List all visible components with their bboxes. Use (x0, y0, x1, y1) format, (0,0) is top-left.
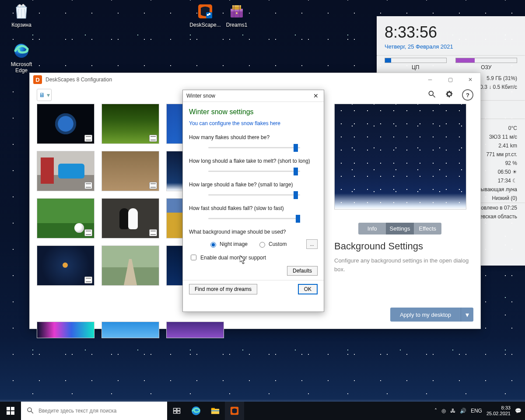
apply-button-label: Apply to my desktop (390, 308, 461, 322)
desktop-icon-deskscapes[interactable]: DeskScape... (188, 3, 222, 28)
widget-clock: 8:33:56 (377, 16, 525, 42)
tray-chevron-up-icon[interactable]: ˄ (434, 408, 437, 414)
slider-flake-count[interactable] (208, 142, 300, 154)
widget-cpu-meter: ЦП (385, 58, 447, 70)
titlebar[interactable]: D DeskScapes 8 Configuration ─ ▢ ✕ (30, 73, 480, 86)
desktop-icon-label: Корзина (4, 22, 38, 28)
thumbnail-sand[interactable] (102, 151, 159, 191)
video-badge-icon (84, 276, 92, 284)
video-badge-icon (84, 229, 92, 236)
label-flake-size: How large should a flake be? (small to l… (189, 182, 318, 188)
label-background-image: What background image should be used? (189, 229, 318, 235)
find-more-button[interactable]: Find more of my dreams (189, 284, 257, 294)
label-flake-count: How many flakes should there be? (189, 134, 318, 140)
thumbnail-grass[interactable] (102, 104, 159, 144)
svg-point-9 (236, 12, 238, 14)
label-melt-time: How long should a flake take to melt? (s… (189, 158, 318, 164)
tray-volume-icon[interactable]: 🔊 (460, 408, 466, 414)
taskbar: Введите здесь текст для поиска ˄ ◎ 🖧 🔊 E… (0, 402, 525, 420)
svg-rect-19 (177, 411, 180, 413)
dialog-help-link[interactable]: You can configure the snow flakes here (189, 120, 318, 126)
section-title: Background Settings (334, 241, 473, 252)
checkbox-dual-monitor[interactable]: Enable dual monitor support (189, 253, 318, 262)
desktop-icon-edge[interactable]: Microsoft Edge (4, 42, 38, 74)
tab-effects[interactable]: Effects (414, 223, 441, 234)
system-tray: ˄ ◎ 🖧 🔊 ENG 8:33 25.02.2021 💬 (431, 402, 525, 420)
svg-rect-12 (11, 407, 14, 410)
thumbnail-golf[interactable] (37, 198, 94, 238)
close-icon[interactable]: ✕ (312, 92, 320, 99)
svg-rect-18 (174, 411, 177, 413)
thumbnail-path[interactable] (102, 245, 159, 286)
tabbar: Info Settings Effects (358, 223, 441, 234)
close-button[interactable]: ✕ (460, 73, 480, 86)
svg-rect-16 (174, 408, 177, 410)
slider-flake-size[interactable] (208, 189, 300, 201)
taskbar-app-explorer[interactable] (206, 402, 225, 420)
tray-network-icon[interactable]: 🖧 (450, 408, 455, 414)
slider-fall-speed[interactable] (208, 213, 300, 224)
svg-rect-17 (177, 408, 180, 410)
thumbnail-win10[interactable] (102, 322, 159, 338)
thumbnail-cats[interactable] (102, 198, 159, 238)
radio-night-image[interactable]: Night image (208, 241, 248, 248)
radio-custom[interactable]: Custom (257, 241, 287, 248)
gear-icon[interactable] (444, 89, 454, 99)
dialog-heading: Winter snow settings (189, 108, 318, 116)
thumbnail-equalizer[interactable] (37, 322, 94, 338)
svg-point-0 (18, 4, 21, 7)
svg-rect-13 (7, 411, 10, 415)
dialog-titlebar[interactable]: Winter snow ✕ (183, 90, 324, 102)
apply-button[interactable]: Apply to my desktop ▾ (390, 308, 473, 322)
tray-clock[interactable]: 8:33 25.02.2021 (486, 405, 511, 416)
label-fall-speed: How fast should flakes fall? (slow to fa… (189, 205, 318, 211)
chevron-down-icon[interactable]: ▾ (461, 308, 473, 322)
desktop-icon-recycle-bin[interactable]: Корзина (4, 3, 38, 28)
svg-rect-11 (7, 407, 10, 410)
minimize-button[interactable]: ─ (420, 73, 440, 86)
maximize-button[interactable]: ▢ (440, 73, 460, 86)
thumbnail-purple[interactable] (166, 322, 224, 338)
svg-rect-14 (11, 411, 14, 415)
window-title: DeskScapes 8 Configuration (46, 77, 112, 83)
preview-image (334, 104, 466, 210)
section-subtitle: Configure any background settings in the… (334, 256, 473, 273)
tab-info[interactable]: Info (358, 223, 386, 234)
task-view-button[interactable] (167, 402, 186, 420)
ok-button[interactable]: OK (298, 284, 318, 294)
svg-rect-8 (232, 5, 241, 7)
app-icon: D (33, 75, 42, 84)
svg-point-10 (429, 91, 433, 95)
video-badge-icon (149, 229, 157, 236)
monitor-icon: 🖥 (39, 91, 45, 98)
defaults-button[interactable]: Defaults (287, 266, 318, 276)
thumbnail-planets[interactable] (37, 245, 94, 286)
search-icon[interactable] (427, 89, 437, 99)
widget-date: Четверг, 25 Февраля 2021 (377, 42, 525, 55)
video-badge-icon (84, 135, 92, 142)
help-icon[interactable]: ? (462, 89, 473, 101)
desktop-icon-dreams1[interactable]: Dreams1 (220, 3, 254, 28)
thumbnail-car[interactable] (37, 151, 94, 191)
browse-button[interactable]: ... (306, 239, 318, 249)
tray-notifications-icon[interactable]: 💬 (515, 408, 522, 414)
taskbar-search[interactable]: Введите здесь текст для поиска (21, 402, 167, 420)
svg-rect-22 (211, 408, 215, 410)
tab-settings[interactable]: Settings (386, 223, 413, 234)
svg-point-1 (22, 4, 24, 7)
start-button[interactable] (0, 402, 21, 420)
taskbar-app-edge[interactable] (186, 402, 206, 420)
tray-location-icon[interactable]: ◎ (441, 408, 446, 414)
video-badge-icon (149, 135, 157, 142)
deskscapes-icon (196, 3, 214, 20)
dialog-title: Winter snow (186, 93, 215, 99)
widget-ram-meter: ОЗУ (455, 58, 518, 70)
desktop-icon-label: DeskScape... (188, 22, 222, 28)
video-badge-icon (84, 182, 92, 189)
slider-melt-time[interactable] (208, 166, 300, 177)
thumbnail-earth[interactable] (37, 104, 94, 144)
chevron-down-icon: ▾ (47, 91, 50, 98)
taskbar-app-deskscapes[interactable] (225, 402, 244, 420)
tray-language[interactable]: ENG (471, 408, 482, 414)
monitor-select-button[interactable]: 🖥▾ (37, 89, 52, 101)
